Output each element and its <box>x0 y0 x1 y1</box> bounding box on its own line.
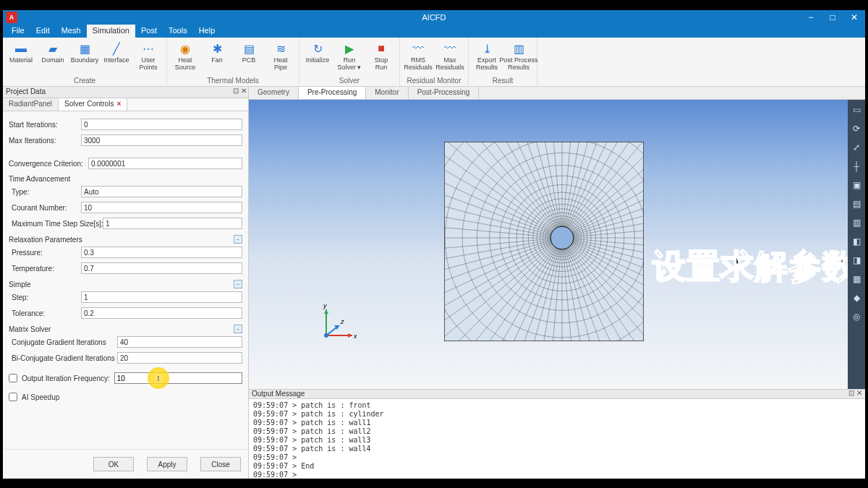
view-tab-monitor[interactable]: Monitor <box>366 87 408 99</box>
convergence-input[interactable] <box>88 158 242 169</box>
ai-speedup-checkbox[interactable] <box>9 393 17 401</box>
heat-pipe-label: Heat Pipe <box>273 56 287 71</box>
bicg-input[interactable] <box>117 352 242 364</box>
ribbon-material[interactable]: ▬Material <box>6 39 36 64</box>
output-message-body[interactable]: 09:59:07 > patch is : front 09:59:07 > p… <box>249 399 865 479</box>
output-close-icon[interactable]: ✕ <box>856 389 862 397</box>
collapse-relax-icon[interactable]: − <box>234 235 242 244</box>
ribbon-heat-source[interactable]: ◉Heat Source <box>170 39 200 71</box>
boundary-icon: ▦ <box>77 42 93 55</box>
output-pin-icon[interactable]: ⊡ <box>848 389 854 397</box>
ribbon-rms-residuals[interactable]: 〰RMS Residuals <box>403 39 433 71</box>
ribbon-post-process-results[interactable]: ▥Post Process Results <box>503 39 534 71</box>
tool-select-icon[interactable]: ▭ <box>851 104 862 116</box>
collapse-matrix-icon[interactable]: − <box>234 325 242 333</box>
view-tab-pre-processing[interactable]: Pre-Processing <box>299 87 366 99</box>
tool-clip-icon[interactable]: ◨ <box>851 254 862 266</box>
tool-side-icon[interactable]: ▤ <box>851 198 862 210</box>
menu-post[interactable]: Post <box>135 25 163 38</box>
tolerance-input[interactable] <box>81 307 242 319</box>
stop-run-icon: ■ <box>373 42 389 55</box>
type-select[interactable]: Auto <box>81 186 242 197</box>
tool-wire-icon[interactable]: ▦ <box>851 273 862 285</box>
collapse-simple-icon[interactable]: − <box>234 280 242 288</box>
tool-refresh-icon[interactable]: ⟳ <box>851 123 862 134</box>
view-tab-post-processing[interactable]: Post-Processing <box>409 87 480 99</box>
svg-marker-94 <box>348 333 352 338</box>
max-iterations-input[interactable] <box>81 134 242 146</box>
courant-label: Courant Number: <box>9 204 81 212</box>
menu-mesh[interactable]: Mesh <box>56 25 87 38</box>
menu-edit[interactable]: Edit <box>30 25 56 38</box>
ribbon-stop-run[interactable]: ■Stop Run <box>366 39 396 71</box>
ribbon-fan[interactable]: ✱Fan <box>202 39 232 64</box>
ribbon-initialize[interactable]: ↻Initialize <box>302 39 333 64</box>
window-maximize[interactable]: □ <box>822 10 843 25</box>
tool-front-icon[interactable]: ▣ <box>851 179 862 191</box>
left-tabs: RadiantPanelSolver Controls× <box>3 98 248 111</box>
pressure-label: Pressure: <box>9 249 81 257</box>
tool-snapshot-icon[interactable]: ◎ <box>851 311 862 322</box>
menu-simulation[interactable]: Simulation <box>87 25 135 38</box>
pane-pin-icon[interactable]: ⊡ <box>233 87 239 95</box>
output-freq-input[interactable] <box>114 372 242 384</box>
ribbon-group-label: Create <box>6 77 163 86</box>
matrix-section: Matrix Solver− <box>9 325 242 333</box>
boundary-label: Boundary <box>71 56 99 64</box>
initialize-icon: ↻ <box>310 42 326 55</box>
export-results-icon: ⤓ <box>479 42 495 55</box>
tool-fit-icon[interactable]: ⤢ <box>851 142 862 153</box>
output-freq-label: Output Iteration Frequency: <box>22 374 110 382</box>
ribbon-user-points[interactable]: ⋯User Points <box>133 39 163 71</box>
pressure-input[interactable] <box>81 247 242 258</box>
max-residuals-label: Max Residuals <box>435 56 464 71</box>
close-button[interactable]: Close <box>200 457 241 471</box>
ribbon-pcb[interactable]: ▤PCB <box>234 39 264 64</box>
menu-help[interactable]: Help <box>193 25 221 38</box>
ribbon-boundary[interactable]: ▦Boundary <box>69 39 100 64</box>
start-iterations-select[interactable]: 0 <box>81 119 242 130</box>
courant-input[interactable] <box>81 202 242 213</box>
run-solver-icon: ▶ <box>341 42 357 55</box>
max-ts-input[interactable] <box>103 218 242 229</box>
ribbon-heat-pipe[interactable]: ≋Heat Pipe <box>265 39 296 71</box>
tool-shade-icon[interactable]: ◆ <box>851 292 862 304</box>
ribbon-run-solver[interactable]: ▶Run Solver ▾ <box>334 39 365 71</box>
ribbon-domain[interactable]: ▰Domain <box>38 39 68 64</box>
pane-close-icon[interactable]: ✕ <box>241 87 247 95</box>
menu-file[interactable]: File <box>6 25 30 38</box>
convergence-label: Convergence Criterion: <box>9 160 88 168</box>
window-close[interactable]: ✕ <box>843 10 865 25</box>
ribbon: ▬Material▰Domain▦Boundary╱Interface⋯User… <box>3 38 865 87</box>
user-points-icon: ⋯ <box>140 42 156 55</box>
svg-marker-96 <box>324 309 328 314</box>
max-ts-label: Maximum Time Step Size[s]: <box>9 220 103 228</box>
window-minimize[interactable]: − <box>800 10 822 25</box>
ok-button[interactable]: OK <box>93 457 134 471</box>
tab-close-icon[interactable]: × <box>116 100 121 108</box>
domain-label: Domain <box>41 56 64 64</box>
viewport-3d[interactable]: x y z 设置求解参数 <box>249 100 848 389</box>
apply-button[interactable]: Apply <box>147 457 187 471</box>
time-advancement-section: Time Advancement <box>9 175 242 183</box>
ribbon-interface[interactable]: ╱Interface <box>101 39 132 64</box>
right-toolbar: ▭ ⟳ ⤢ ┼ ▣ ▤ ▥ ◧ ◨ ▦ ◆ ◎ <box>848 100 865 389</box>
temperature-label: Temperature: <box>9 265 81 273</box>
type-label: Type: <box>9 188 81 196</box>
tab-solver-controls[interactable]: Solver Controls× <box>59 98 127 111</box>
tool-top-icon[interactable]: ▥ <box>851 217 862 228</box>
output-message-header: Output Message ⊡ ✕ <box>249 389 865 399</box>
cg-input[interactable] <box>117 336 242 348</box>
output-freq-checkbox[interactable] <box>9 374 17 382</box>
post-process-results-icon: ▥ <box>511 42 527 55</box>
menu-tools[interactable]: Tools <box>163 25 193 38</box>
tool-iso-icon[interactable]: ◧ <box>851 236 862 247</box>
tab-radiantpanel[interactable]: RadiantPanel <box>3 98 59 111</box>
ribbon-export-results[interactable]: ⤓Export Results <box>472 39 502 71</box>
ribbon-max-residuals[interactable]: 〰Max Residuals <box>435 39 465 71</box>
temperature-input[interactable] <box>81 262 242 274</box>
tool-axis-icon[interactable]: ┼ <box>851 160 862 172</box>
step-input[interactable] <box>81 291 242 303</box>
view-tab-geometry[interactable]: Geometry <box>249 87 299 99</box>
app-icon: A <box>6 12 17 23</box>
